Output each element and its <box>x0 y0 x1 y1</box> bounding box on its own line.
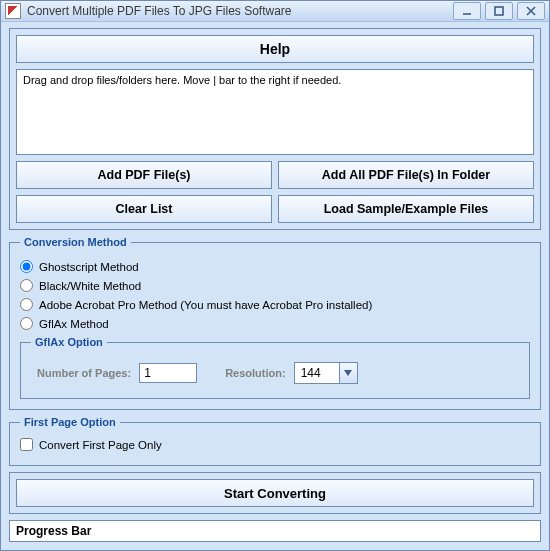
progress-bar: Progress Bar <box>9 520 541 542</box>
radio-bw[interactable]: Black/White Method <box>20 279 530 292</box>
radio-gflax-label: GflAx Method <box>39 318 109 330</box>
conversion-method-group: Conversion Method Ghostscript Method Bla… <box>9 236 541 410</box>
convert-first-page-label: Convert First Page Only <box>39 439 162 451</box>
top-panel: Help Drag and drop files/folders here. M… <box>9 28 541 230</box>
drop-hint-text: Drag and drop files/folders here. Move |… <box>23 74 341 86</box>
radio-ghostscript-label: Ghostscript Method <box>39 261 139 273</box>
app-window: Convert Multiple PDF Files To JPG Files … <box>0 0 550 551</box>
radio-acrobat-input[interactable] <box>20 298 33 311</box>
first-page-option-legend: First Page Option <box>20 416 120 428</box>
svg-marker-4 <box>344 370 352 376</box>
radio-acrobat-label: Adobe Acrobat Pro Method (You must have … <box>39 299 372 311</box>
num-pages-input[interactable] <box>139 363 197 383</box>
window-title: Convert Multiple PDF Files To JPG Files … <box>25 4 449 18</box>
radio-ghostscript-input[interactable] <box>20 260 33 273</box>
radio-ghostscript[interactable]: Ghostscript Method <box>20 260 530 273</box>
add-all-pdf-button[interactable]: Add All PDF File(s) In Folder <box>278 161 534 189</box>
gflax-option-legend: GflAx Option <box>31 336 107 348</box>
close-button[interactable] <box>517 2 545 20</box>
start-converting-button[interactable]: Start Converting <box>16 479 534 507</box>
maximize-button[interactable] <box>485 2 513 20</box>
radio-bw-input[interactable] <box>20 279 33 292</box>
load-sample-button[interactable]: Load Sample/Example Files <box>278 195 534 223</box>
resolution-value: 144 <box>295 363 339 383</box>
chevron-down-icon[interactable] <box>339 363 357 383</box>
add-pdf-button[interactable]: Add PDF File(s) <box>16 161 272 189</box>
file-drop-area[interactable]: Drag and drop files/folders here. Move |… <box>16 69 534 155</box>
radio-acrobat[interactable]: Adobe Acrobat Pro Method (You must have … <box>20 298 530 311</box>
convert-first-page-row[interactable]: Convert First Page Only <box>20 434 530 455</box>
conversion-method-legend: Conversion Method <box>20 236 131 248</box>
first-page-option-group: First Page Option Convert First Page Onl… <box>9 416 541 466</box>
resolution-combo[interactable]: 144 <box>294 362 358 384</box>
svg-rect-1 <box>495 7 503 15</box>
help-button[interactable]: Help <box>16 35 534 63</box>
radio-gflax[interactable]: GflAx Method <box>20 317 530 330</box>
title-bar: Convert Multiple PDF Files To JPG Files … <box>1 1 549 22</box>
minimize-button[interactable] <box>453 2 481 20</box>
app-icon <box>5 3 21 19</box>
num-pages-label: Number of Pages: <box>37 367 131 379</box>
start-panel: Start Converting <box>9 472 541 514</box>
resolution-label: Resolution: <box>225 367 286 379</box>
gflax-option-group: GflAx Option Number of Pages: Resolution… <box>20 336 530 399</box>
content-area: Help Drag and drop files/folders here. M… <box>1 22 549 550</box>
convert-first-page-checkbox[interactable] <box>20 438 33 451</box>
radio-gflax-input[interactable] <box>20 317 33 330</box>
clear-list-button[interactable]: Clear List <box>16 195 272 223</box>
radio-bw-label: Black/White Method <box>39 280 141 292</box>
